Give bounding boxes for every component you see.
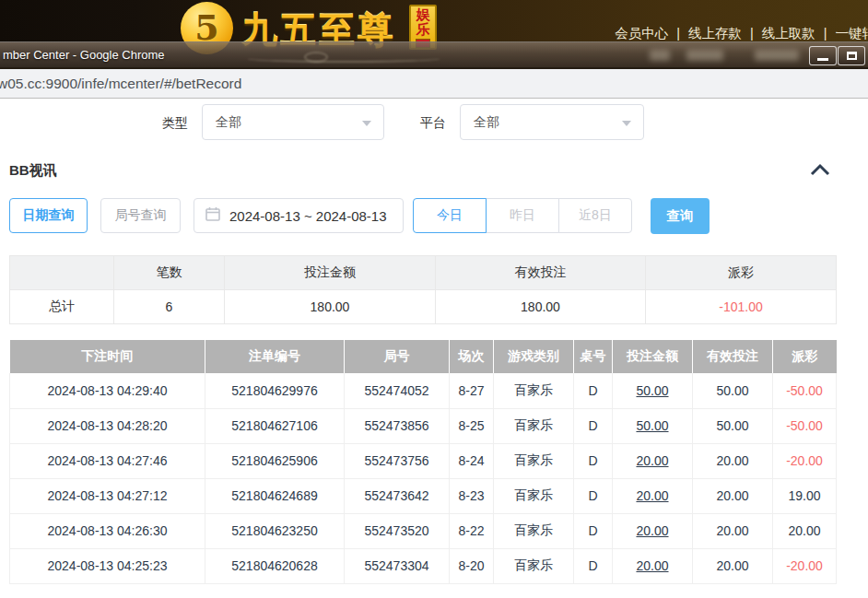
cell-round-no: 552473520 — [345, 513, 450, 548]
cell-session: 8-22 — [450, 513, 494, 548]
cell-table-no: D — [574, 443, 613, 478]
platform-select-value: 全部 — [474, 114, 499, 131]
cell-table-no: D — [574, 373, 613, 408]
platform-select[interactable]: 全部 — [460, 104, 644, 140]
maximize-icon — [847, 52, 857, 60]
summary-header-count: 笔数 — [114, 256, 225, 290]
top-nav: 会员中心|线上存款|线上取款|一键转 — [615, 25, 868, 42]
cell-game-type: 百家乐 — [494, 408, 574, 443]
bet-table-row: 2024-08-13 04:26:30 521804623250 5524735… — [10, 513, 837, 548]
blurred-user-info — [650, 50, 670, 61]
cell-valid-bet: 50.00 — [693, 408, 773, 443]
summary-bet-amount: 180.00 — [225, 290, 436, 324]
window-title: mber Center - Google Chrome — [3, 48, 165, 62]
cell-order-no: 521804629976 — [205, 373, 345, 408]
bet-table-row: 2024-08-13 04:28:20 521804627106 5524738… — [10, 408, 837, 443]
cell-bet-amount-link[interactable]: 50.00 — [613, 373, 693, 408]
cell-order-no: 521804620628 — [205, 548, 345, 583]
summary-header-payout: 派彩 — [646, 256, 837, 290]
type-select[interactable]: 全部 — [202, 104, 384, 140]
url-text: w05.cc:9900/infe/mcenter/#/betRecord — [0, 76, 241, 92]
cell-bet-time: 2024-08-13 04:28:20 — [10, 408, 205, 443]
cell-session: 8-20 — [450, 548, 494, 583]
quick-yesterday-button[interactable]: 昨日 — [486, 198, 559, 233]
section-title: BB视讯 — [9, 162, 57, 180]
cell-session: 8-24 — [450, 443, 494, 478]
summary-table: 笔数 投注金额 有效投注 派彩 总计 6 180.00 180.00 -101.… — [9, 255, 837, 324]
round-query-tab[interactable]: 局号查询 — [100, 198, 181, 233]
cell-session: 8-25 — [450, 408, 494, 443]
chevron-down-icon — [362, 121, 371, 126]
nav-member-center[interactable]: 会员中心 — [615, 26, 668, 41]
header-payout: 派彩 — [773, 340, 837, 373]
header-order-no: 注单编号 — [205, 340, 345, 373]
nav-separator: | — [824, 26, 827, 41]
cell-session: 8-27 — [450, 373, 494, 408]
bet-table-header-row: 下注时间 注单编号 局号 场次 游戏类别 桌号 投注金额 有效投注 派彩 — [10, 340, 837, 373]
date-query-tab[interactable]: 日期查询 — [9, 198, 88, 233]
summary-valid-bet: 180.00 — [436, 290, 646, 324]
cell-bet-time: 2024-08-13 04:27:46 — [10, 443, 205, 478]
cell-bet-time: 2024-08-13 04:27:12 — [10, 478, 205, 513]
summary-header-bet-amount: 投注金额 — [225, 256, 436, 290]
maximize-button[interactable] — [838, 46, 865, 65]
window-titlebar: mber Center - Google Chrome — [0, 41, 868, 69]
cell-order-no: 521804627106 — [205, 408, 345, 443]
cell-valid-bet: 50.00 — [693, 373, 773, 408]
header-bet-time: 下注时间 — [10, 340, 205, 373]
header-valid-bet: 有效投注 — [693, 340, 773, 373]
bet-record-table: 下注时间 注单编号 局号 场次 游戏类别 桌号 投注金额 有效投注 派彩 202… — [9, 340, 837, 584]
summary-total-label: 总计 — [10, 290, 114, 324]
platform-filter-label: 平台 — [420, 115, 446, 132]
cell-bet-amount-link[interactable]: 20.00 — [613, 513, 693, 548]
cell-order-no: 521804625906 — [205, 443, 345, 478]
date-range-picker[interactable]: 2024-08-13 ~ 2024-08-13 — [194, 198, 404, 233]
nav-one-click-transfer[interactable]: 一键转 — [836, 26, 868, 41]
cell-game-type: 百家乐 — [494, 373, 574, 408]
bet-table-row: 2024-08-13 04:29:40 521804629976 5524740… — [10, 373, 837, 408]
blurred-user-info — [755, 50, 799, 61]
summary-payout: -101.00 — [646, 290, 837, 324]
cell-game-type: 百家乐 — [494, 513, 574, 548]
summary-header-empty — [10, 256, 114, 290]
cell-game-type: 百家乐 — [494, 478, 574, 513]
header-table-no: 桌号 — [574, 340, 613, 373]
cell-round-no: 552473642 — [345, 478, 450, 513]
site-banner: 5 九五至尊 娱 乐 会员中心|线上存款|线上取款|一键转 mber Cente… — [0, 0, 868, 69]
search-button[interactable]: 查询 — [651, 198, 710, 234]
nav-separator: | — [750, 26, 754, 41]
cell-bet-time: 2024-08-13 04:26:30 — [10, 513, 205, 548]
blurred-user-info — [686, 50, 723, 61]
cell-valid-bet: 20.00 — [693, 513, 773, 548]
type-select-value: 全部 — [216, 114, 241, 131]
nav-withdraw[interactable]: 线上取款 — [762, 26, 815, 41]
browser-address-bar[interactable]: w05.cc:9900/infe/mcenter/#/betRecord — [0, 69, 868, 99]
cell-valid-bet: 20.00 — [693, 443, 773, 478]
cell-round-no: 552473856 — [345, 408, 450, 443]
badge-char-top: 娱 — [416, 7, 430, 22]
cell-valid-bet: 20.00 — [693, 548, 773, 583]
cell-payout: 20.00 — [773, 513, 837, 548]
minimize-button[interactable] — [809, 46, 837, 65]
cell-bet-amount-link[interactable]: 20.00 — [613, 548, 693, 583]
summary-header-valid-bet: 有效投注 — [436, 256, 646, 290]
nav-deposit[interactable]: 线上存款 — [688, 26, 742, 41]
cell-bet-amount-link[interactable]: 20.00 — [613, 478, 693, 513]
quick-last8days-button[interactable]: 近8日 — [558, 198, 632, 233]
chevron-up-icon[interactable] — [809, 162, 831, 177]
header-game-type: 游戏类别 — [494, 340, 574, 373]
cell-round-no: 552474052 — [345, 373, 450, 408]
cell-table-no: D — [574, 513, 613, 548]
bet-record-page: 类型 全部 平台 全部 BB视讯 日期查询 局号查询 2024-08-13 ~ … — [0, 99, 868, 598]
cell-valid-bet: 20.00 — [693, 478, 773, 513]
quick-today-button[interactable]: 今日 — [413, 198, 487, 233]
cell-table-no: D — [574, 408, 613, 443]
badge-char-bottom: 乐 — [416, 22, 430, 37]
cell-payout: -20.00 — [773, 548, 837, 583]
cell-bet-amount-link[interactable]: 20.00 — [613, 443, 693, 478]
cell-payout: -50.00 — [773, 408, 837, 443]
bet-table-row: 2024-08-13 04:25:23 521804620628 5524733… — [10, 548, 837, 583]
bet-table-row: 2024-08-13 04:27:12 521804624689 5524736… — [10, 478, 837, 513]
cell-bet-amount-link[interactable]: 50.00 — [613, 408, 693, 443]
cell-table-no: D — [574, 548, 613, 583]
